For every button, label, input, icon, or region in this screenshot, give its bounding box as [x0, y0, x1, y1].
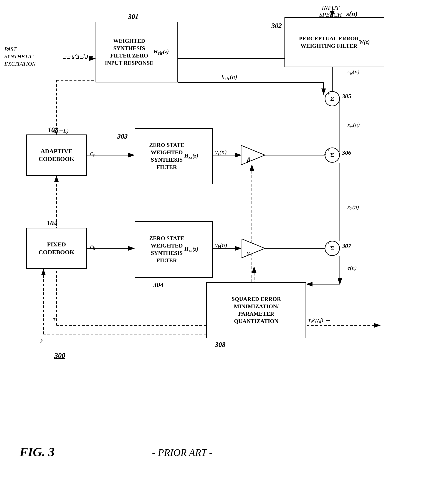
weighted-synthesis-filter-zir: WEIGHTEDSYNTHESISFILTER ZEROINPUT RESPON… — [96, 22, 178, 82]
perceptual-error-weighting-filter: PERCEPTUAL ERRORWEIGHTING FILTERW(z) — [285, 17, 384, 67]
e-n-label: e(n) — [347, 265, 357, 271]
ref-308: 308 — [215, 341, 225, 349]
prior-art-label: - PRIOR ART - — [152, 447, 212, 458]
past-synthetic-excitation: PASTSYNTHETIC-EXCITATION — [4, 46, 36, 68]
ref-303: 303 — [117, 132, 128, 140]
ref-306: 306 — [342, 149, 351, 156]
plus-306: + — [327, 147, 330, 153]
svg-marker-30 — [241, 239, 265, 258]
s-n-label: s(n) — [346, 10, 358, 18]
tau-feedback-label: τ — [53, 316, 55, 323]
h-zir-n-label: hzir(n) — [221, 73, 237, 82]
ref-305: 305 — [342, 93, 351, 100]
ref-307: 307 — [342, 243, 351, 249]
plus-305-top: + — [327, 91, 330, 96]
plus-307: + — [327, 240, 330, 246]
c-tau-label: cτ — [90, 150, 95, 158]
minus-305-left: − — [324, 96, 326, 101]
x-2-n-label: x2(n) — [347, 204, 359, 211]
fig-3-label: FIG. 3 — [20, 445, 55, 459]
svg-marker-29 — [241, 145, 265, 165]
s-w-n-label: sw(n) — [347, 68, 359, 76]
c-k-label: ck — [90, 243, 95, 251]
minus-306: − — [324, 152, 326, 157]
ref-304: 304 — [153, 281, 163, 289]
input-speech-label: INPUTSPEECH — [319, 4, 342, 18]
ref-302: 302 — [272, 22, 282, 30]
squared-error-minimization: SQUARED ERRORMINIMIZATION/PARAMETERQUANT… — [206, 282, 306, 338]
ref-301: 301 — [128, 13, 139, 21]
gamma-gain-triangle — [241, 239, 265, 258]
minus-307: − — [324, 245, 326, 251]
y-k-n-label: yk(n) — [215, 242, 227, 250]
ref-300: 300 — [54, 351, 65, 360]
x-w-n-label: xw(n) — [347, 122, 360, 129]
zero-state-synthesis-filter-top: ZERO STATEWEIGHTEDSYNTHESISFILTERHzs(z) — [135, 128, 213, 184]
adaptive-codebook: ADAPTIVECODEBOOK — [26, 135, 87, 176]
u-n-L-label-main: −−u(n−L)→ — [64, 53, 94, 60]
tau-k-gamma-beta-label: τ,k,γ,β → — [308, 317, 331, 324]
gamma-label: γ — [247, 249, 250, 256]
beta-gain-triangle — [241, 145, 265, 165]
y-tau-n-label: yτ(n) — [215, 149, 227, 157]
u-n-L-label-bottom: u(n−L) — [52, 127, 68, 134]
zero-state-synthesis-filter-bottom: ZERO STATEWEIGHTEDSYNTHESISFILTERHzs(z) — [135, 221, 213, 278]
ref-104: 104 — [47, 219, 57, 227]
beta-label: β — [247, 156, 250, 163]
fixed-codebook: FIXEDCODEBOOK — [26, 228, 87, 269]
k-feedback-label: k — [40, 338, 43, 345]
